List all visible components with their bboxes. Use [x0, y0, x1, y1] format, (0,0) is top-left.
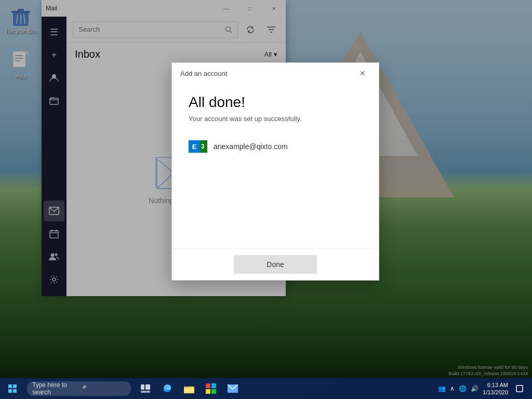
svg-rect-39	[211, 383, 216, 388]
tray-people-icon[interactable]: 👥	[437, 384, 447, 393]
svg-rect-40	[206, 389, 210, 394]
edge-icon	[162, 383, 172, 394]
task-view-button[interactable]	[135, 378, 156, 399]
svg-rect-41	[211, 389, 216, 394]
store-button[interactable]	[201, 378, 221, 399]
svg-rect-43	[516, 385, 523, 392]
edge-button[interactable]	[157, 378, 178, 399]
svg-rect-33	[145, 384, 150, 390]
taskbar-pinned-icons	[135, 378, 243, 399]
taskbar: Type here to search 🎤	[0, 378, 532, 399]
system-tray: 👥 ∧ 🌐 🔊 6:13 AM 1/13/2020	[437, 378, 532, 399]
system-clock[interactable]: 6:13 AM 1/13/2020	[483, 381, 508, 396]
dialog-heading: All done!	[189, 94, 362, 111]
task-view-icon	[141, 384, 150, 393]
dialog-close-button[interactable]: ✕	[355, 65, 370, 81]
notification-center-button[interactable]	[511, 378, 528, 399]
svg-rect-34	[141, 391, 150, 393]
windows-logo-icon	[8, 384, 17, 393]
dialog-titlebar: Add an account ✕	[172, 63, 379, 84]
taskbar-search[interactable]: Type here to search 🎤	[27, 381, 131, 396]
dialog-subtext: Your account was set up successfully.	[189, 115, 362, 123]
account-email: anexample@qixto.com	[214, 142, 288, 151]
exchange-e-letter: E	[189, 140, 200, 153]
tray-icons: 👥 ∧ 🌐 🔊	[437, 384, 480, 393]
notification-icon	[516, 385, 523, 392]
dialog-footer: Done	[172, 248, 379, 280]
dialog-title: Add an account	[180, 70, 355, 77]
svg-rect-38	[206, 383, 210, 388]
tray-speaker-icon[interactable]: 🔊	[470, 384, 480, 393]
microphone-icon: 🎤	[79, 385, 126, 392]
start-button[interactable]	[0, 378, 25, 399]
dialog-body: All done! Your account was set up succes…	[172, 84, 379, 248]
svg-rect-37	[184, 388, 194, 393]
store-icon	[206, 383, 216, 394]
tray-expand-icon[interactable]: ∧	[449, 384, 456, 393]
exchange-icon: E 3	[189, 139, 207, 154]
account-item: E 3 anexample@qixto.com	[189, 135, 362, 158]
desktop: Windows license valid for 90 days Build …	[0, 0, 532, 399]
file-explorer-button[interactable]	[179, 378, 200, 399]
mail-taskbar-button[interactable]	[222, 378, 243, 399]
svg-rect-32	[141, 384, 144, 390]
file-explorer-icon	[184, 384, 194, 393]
mail-taskbar-icon	[228, 384, 238, 393]
tray-network-icon[interactable]: 🌐	[458, 384, 468, 393]
taskbar-search-placeholder: Type here to search	[32, 381, 79, 396]
done-button[interactable]: Done	[234, 255, 317, 274]
add-account-dialog: Add an account ✕ All done! Your account …	[171, 62, 379, 281]
